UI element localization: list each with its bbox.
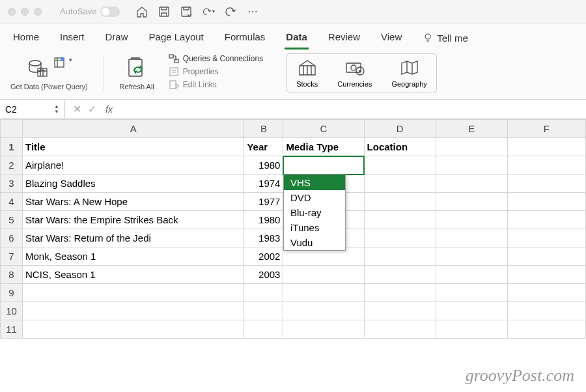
cell[interactable] <box>436 284 507 302</box>
queries-connections-button[interactable]: Queries & Connections <box>169 53 263 64</box>
cell[interactable] <box>283 320 364 339</box>
formula-input[interactable] <box>120 100 586 119</box>
cell[interactable] <box>364 320 436 339</box>
autosave-toggle[interactable]: AutoSave <box>60 7 120 17</box>
row-header[interactable]: 7 <box>1 247 23 266</box>
tell-me[interactable]: Tell me <box>421 29 469 49</box>
cell[interactable] <box>507 266 585 284</box>
spreadsheet-grid[interactable]: A B C D E F 1TitleYearMedia TypeLocation… <box>0 119 586 339</box>
cell[interactable] <box>436 138 507 156</box>
cell[interactable] <box>244 302 283 320</box>
cell[interactable] <box>364 247 436 266</box>
cell[interactable] <box>507 138 585 156</box>
cell[interactable] <box>364 211 436 229</box>
cell[interactable] <box>364 175 436 193</box>
stepper-icon[interactable]: ▲▼ <box>54 104 59 115</box>
currencies-button[interactable]: Currencies <box>337 58 372 88</box>
row-header[interactable]: 4 <box>1 193 23 211</box>
cell[interactable] <box>244 284 283 302</box>
cell[interactable]: Year <box>244 138 283 156</box>
cell[interactable] <box>436 266 507 284</box>
dropdown-option[interactable]: Blu-ray <box>284 205 345 220</box>
max-dot[interactable] <box>34 8 42 16</box>
tab-review[interactable]: Review <box>327 29 361 49</box>
cell[interactable] <box>436 193 507 211</box>
cell[interactable] <box>436 302 507 320</box>
row-header[interactable]: 9 <box>1 284 23 302</box>
cell[interactable] <box>507 193 585 211</box>
cell[interactable]: 1977 <box>244 193 283 211</box>
tab-formulas[interactable]: Formulas <box>223 29 267 49</box>
row-header[interactable]: 2 <box>1 156 23 175</box>
row-header[interactable]: 5 <box>1 211 23 229</box>
validation-dropdown[interactable]: VHSDVDBlu-rayiTunesVudu <box>283 175 346 251</box>
cell[interactable] <box>283 266 364 284</box>
cell[interactable] <box>507 175 585 193</box>
col-header-c[interactable]: C <box>283 120 364 138</box>
cell[interactable]: ▼ <box>283 156 364 175</box>
tab-page-layout[interactable]: Page Layout <box>148 29 205 49</box>
tab-home[interactable]: Home <box>12 29 40 49</box>
cell[interactable]: Airplane! <box>23 156 244 175</box>
cell[interactable]: Star Wars: the Empire Strikes Back <box>23 211 244 229</box>
home-icon[interactable] <box>135 5 148 18</box>
save-icon[interactable] <box>158 5 171 18</box>
cell[interactable]: Media Type <box>283 138 364 156</box>
cell[interactable] <box>507 302 585 320</box>
cell[interactable]: Title <box>23 138 244 156</box>
more-icon[interactable]: ⋯ <box>246 5 259 18</box>
cell[interactable] <box>364 302 436 320</box>
stocks-button[interactable]: Stocks <box>296 58 318 88</box>
cell[interactable]: Star Wars: Return of the Jedi <box>23 229 244 247</box>
cell[interactable] <box>436 229 507 247</box>
tab-draw[interactable]: Draw <box>104 29 130 49</box>
cell[interactable]: 2002 <box>244 247 283 266</box>
cell[interactable] <box>507 284 585 302</box>
tab-insert[interactable]: Insert <box>59 29 86 49</box>
save-as-icon[interactable] <box>180 5 193 18</box>
undo-icon[interactable]: ▾ <box>202 5 215 18</box>
fx-icon[interactable]: fx <box>105 104 113 115</box>
cell[interactable]: Blazing Saddles <box>23 175 244 193</box>
cell[interactable] <box>436 175 507 193</box>
cell[interactable] <box>507 211 585 229</box>
row-header[interactable]: 10 <box>1 302 23 320</box>
cell[interactable] <box>436 247 507 266</box>
cell[interactable] <box>436 320 507 339</box>
dropdown-option[interactable]: Vudu <box>284 235 345 250</box>
cell[interactable] <box>364 284 436 302</box>
cell[interactable] <box>436 211 507 229</box>
tab-data[interactable]: Data <box>285 29 309 49</box>
cell[interactable] <box>23 320 244 339</box>
cell[interactable]: NCIS, Season 1 <box>23 266 244 284</box>
cancel-icon[interactable]: ✕ <box>73 103 81 115</box>
tab-view[interactable]: View <box>380 29 403 49</box>
dropdown-option[interactable]: VHS <box>284 175 345 190</box>
dropdown-button[interactable]: ▼ <box>364 159 365 171</box>
cell[interactable]: Star Wars: A New Hope <box>23 193 244 211</box>
select-all-corner[interactable] <box>1 120 23 138</box>
cell[interactable] <box>507 320 585 339</box>
name-box[interactable]: C2 ▲▼ <box>0 100 65 119</box>
row-header[interactable]: 3 <box>1 175 23 193</box>
cell[interactable]: 1983 <box>244 229 283 247</box>
cell[interactable] <box>283 302 364 320</box>
cell[interactable] <box>507 156 585 175</box>
col-header-d[interactable]: D <box>364 120 436 138</box>
cell[interactable] <box>507 229 585 247</box>
cell[interactable]: 1980 <box>244 211 283 229</box>
col-header-e[interactable]: E <box>436 120 507 138</box>
cell[interactable] <box>23 302 244 320</box>
col-header-f[interactable]: F <box>507 120 585 138</box>
cell[interactable] <box>364 229 436 247</box>
min-dot[interactable] <box>21 8 29 16</box>
cell[interactable]: Location <box>364 138 436 156</box>
geography-button[interactable]: Geography <box>391 58 426 88</box>
col-header-a[interactable]: A <box>23 120 244 138</box>
cell[interactable] <box>364 266 436 284</box>
get-data-button[interactable]: ▾ Get Data (Power Query) <box>7 53 92 92</box>
close-dot[interactable] <box>8 8 16 16</box>
cell[interactable]: 2003 <box>244 266 283 284</box>
redo-icon[interactable] <box>224 5 237 18</box>
accept-icon[interactable]: ✓ <box>88 103 96 115</box>
